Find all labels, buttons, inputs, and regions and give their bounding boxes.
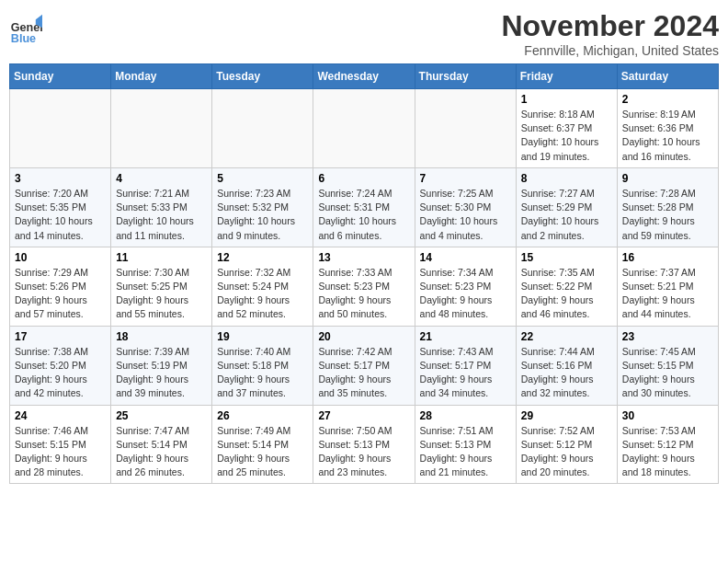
day-number: 23 xyxy=(622,330,713,343)
day-number: 15 xyxy=(521,251,612,264)
day-info: Sunrise: 7:51 AM Sunset: 5:13 PM Dayligh… xyxy=(420,424,511,480)
calendar-week-2: 3Sunrise: 7:20 AM Sunset: 5:35 PM Daylig… xyxy=(10,167,719,247)
day-number: 11 xyxy=(116,251,207,264)
day-number: 7 xyxy=(420,172,511,185)
calendar-cell: 18Sunrise: 7:39 AM Sunset: 5:19 PM Dayli… xyxy=(111,326,212,405)
day-info: Sunrise: 7:53 AM Sunset: 5:12 PM Dayligh… xyxy=(622,424,713,480)
calendar-cell: 10Sunrise: 7:29 AM Sunset: 5:26 PM Dayli… xyxy=(10,247,111,326)
day-info: Sunrise: 7:29 AM Sunset: 5:26 PM Dayligh… xyxy=(15,266,106,322)
calendar-header-saturday: Saturday xyxy=(617,64,718,89)
calendar-cell xyxy=(313,89,415,168)
calendar-cell xyxy=(212,89,313,168)
calendar-table: SundayMondayTuesdayWednesdayThursdayFrid… xyxy=(9,63,719,484)
calendar-cell: 28Sunrise: 7:51 AM Sunset: 5:13 PM Dayli… xyxy=(415,405,516,484)
calendar-week-1: 1Sunrise: 8:18 AM Sunset: 6:37 PM Daylig… xyxy=(10,89,719,168)
calendar-header-monday: Monday xyxy=(111,64,212,89)
svg-text:Blue: Blue xyxy=(11,32,36,45)
calendar-cell: 27Sunrise: 7:50 AM Sunset: 5:13 PM Dayli… xyxy=(313,405,415,484)
day-number: 29 xyxy=(521,409,612,422)
day-number: 22 xyxy=(521,330,612,343)
calendar-cell: 12Sunrise: 7:32 AM Sunset: 5:24 PM Dayli… xyxy=(212,247,313,326)
calendar-cell: 11Sunrise: 7:30 AM Sunset: 5:25 PM Dayli… xyxy=(111,247,212,326)
day-info: Sunrise: 7:37 AM Sunset: 5:21 PM Dayligh… xyxy=(622,266,713,322)
calendar-week-4: 17Sunrise: 7:38 AM Sunset: 5:20 PM Dayli… xyxy=(10,326,719,405)
day-info: Sunrise: 7:39 AM Sunset: 5:19 PM Dayligh… xyxy=(116,345,207,401)
calendar-cell: 2Sunrise: 8:19 AM Sunset: 6:36 PM Daylig… xyxy=(617,89,718,168)
day-number: 10 xyxy=(15,251,106,264)
calendar-cell xyxy=(10,89,111,168)
day-number: 13 xyxy=(318,251,409,264)
day-number: 19 xyxy=(217,330,308,343)
month-title: November 2024 xyxy=(501,9,719,43)
day-number: 20 xyxy=(318,330,409,343)
day-info: Sunrise: 7:20 AM Sunset: 5:35 PM Dayligh… xyxy=(15,187,106,243)
day-number: 21 xyxy=(420,330,511,343)
day-number: 8 xyxy=(521,172,612,185)
day-number: 14 xyxy=(420,251,511,264)
calendar-cell: 17Sunrise: 7:38 AM Sunset: 5:20 PM Dayli… xyxy=(10,326,111,405)
calendar-cell: 19Sunrise: 7:40 AM Sunset: 5:18 PM Dayli… xyxy=(212,326,313,405)
calendar-cell xyxy=(111,89,212,168)
day-number: 5 xyxy=(217,172,308,185)
calendar-cell: 4Sunrise: 7:21 AM Sunset: 5:33 PM Daylig… xyxy=(111,167,212,247)
day-info: Sunrise: 7:50 AM Sunset: 5:13 PM Dayligh… xyxy=(318,424,409,480)
day-number: 30 xyxy=(622,409,713,422)
calendar-week-3: 10Sunrise: 7:29 AM Sunset: 5:26 PM Dayli… xyxy=(10,247,719,326)
day-info: Sunrise: 7:21 AM Sunset: 5:33 PM Dayligh… xyxy=(116,187,207,243)
day-info: Sunrise: 8:18 AM Sunset: 6:37 PM Dayligh… xyxy=(521,108,612,164)
day-info: Sunrise: 7:40 AM Sunset: 5:18 PM Dayligh… xyxy=(217,345,308,401)
calendar-cell: 6Sunrise: 7:24 AM Sunset: 5:31 PM Daylig… xyxy=(313,167,415,247)
day-info: Sunrise: 7:45 AM Sunset: 5:15 PM Dayligh… xyxy=(622,345,713,401)
day-info: Sunrise: 7:43 AM Sunset: 5:17 PM Dayligh… xyxy=(420,345,511,401)
location-title: Fennville, Michigan, United States xyxy=(501,43,719,58)
calendar-cell: 14Sunrise: 7:34 AM Sunset: 5:23 PM Dayli… xyxy=(415,247,516,326)
calendar-cell: 7Sunrise: 7:25 AM Sunset: 5:30 PM Daylig… xyxy=(415,167,516,247)
day-number: 24 xyxy=(15,409,106,422)
calendar-cell: 30Sunrise: 7:53 AM Sunset: 5:12 PM Dayli… xyxy=(617,405,718,484)
calendar-header-friday: Friday xyxy=(516,64,617,89)
day-number: 27 xyxy=(318,409,409,422)
calendar-header-tuesday: Tuesday xyxy=(212,64,313,89)
day-info: Sunrise: 7:25 AM Sunset: 5:30 PM Dayligh… xyxy=(420,187,511,243)
calendar-cell: 22Sunrise: 7:44 AM Sunset: 5:16 PM Dayli… xyxy=(516,326,617,405)
day-info: Sunrise: 7:52 AM Sunset: 5:12 PM Dayligh… xyxy=(521,424,612,480)
title-area: November 2024 Fennville, Michigan, Unite… xyxy=(501,9,719,58)
day-number: 2 xyxy=(622,93,713,106)
day-number: 26 xyxy=(217,409,308,422)
calendar-cell: 24Sunrise: 7:46 AM Sunset: 5:15 PM Dayli… xyxy=(10,405,111,484)
logo: General Blue xyxy=(9,13,42,46)
day-number: 4 xyxy=(116,172,207,185)
day-number: 28 xyxy=(420,409,511,422)
day-number: 6 xyxy=(318,172,409,185)
calendar-header-wednesday: Wednesday xyxy=(313,64,415,89)
day-number: 16 xyxy=(622,251,713,264)
calendar-cell: 25Sunrise: 7:47 AM Sunset: 5:14 PM Dayli… xyxy=(111,405,212,484)
day-number: 12 xyxy=(217,251,308,264)
calendar-cell: 9Sunrise: 7:28 AM Sunset: 5:28 PM Daylig… xyxy=(617,167,718,247)
day-info: Sunrise: 7:46 AM Sunset: 5:15 PM Dayligh… xyxy=(15,424,106,480)
calendar-cell: 16Sunrise: 7:37 AM Sunset: 5:21 PM Dayli… xyxy=(617,247,718,326)
calendar-cell: 20Sunrise: 7:42 AM Sunset: 5:17 PM Dayli… xyxy=(313,326,415,405)
day-info: Sunrise: 7:49 AM Sunset: 5:14 PM Dayligh… xyxy=(217,424,308,480)
calendar-header-thursday: Thursday xyxy=(415,64,516,89)
calendar-cell: 23Sunrise: 7:45 AM Sunset: 5:15 PM Dayli… xyxy=(617,326,718,405)
calendar-header-sunday: Sunday xyxy=(10,64,111,89)
day-number: 18 xyxy=(116,330,207,343)
calendar-cell xyxy=(415,89,516,168)
day-info: Sunrise: 7:47 AM Sunset: 5:14 PM Dayligh… xyxy=(116,424,207,480)
day-number: 9 xyxy=(622,172,713,185)
calendar-cell: 3Sunrise: 7:20 AM Sunset: 5:35 PM Daylig… xyxy=(10,167,111,247)
day-info: Sunrise: 7:23 AM Sunset: 5:32 PM Dayligh… xyxy=(217,187,308,243)
calendar-cell: 29Sunrise: 7:52 AM Sunset: 5:12 PM Dayli… xyxy=(516,405,617,484)
day-info: Sunrise: 7:38 AM Sunset: 5:20 PM Dayligh… xyxy=(15,345,106,401)
calendar-cell: 15Sunrise: 7:35 AM Sunset: 5:22 PM Dayli… xyxy=(516,247,617,326)
day-info: Sunrise: 8:19 AM Sunset: 6:36 PM Dayligh… xyxy=(622,108,713,164)
day-info: Sunrise: 7:35 AM Sunset: 5:22 PM Dayligh… xyxy=(521,266,612,322)
calendar-cell: 26Sunrise: 7:49 AM Sunset: 5:14 PM Dayli… xyxy=(212,405,313,484)
day-number: 1 xyxy=(521,93,612,106)
day-info: Sunrise: 7:44 AM Sunset: 5:16 PM Dayligh… xyxy=(521,345,612,401)
logo-icon: General Blue xyxy=(9,13,42,46)
day-number: 25 xyxy=(116,409,207,422)
calendar-cell: 21Sunrise: 7:43 AM Sunset: 5:17 PM Dayli… xyxy=(415,326,516,405)
day-info: Sunrise: 7:27 AM Sunset: 5:29 PM Dayligh… xyxy=(521,187,612,243)
